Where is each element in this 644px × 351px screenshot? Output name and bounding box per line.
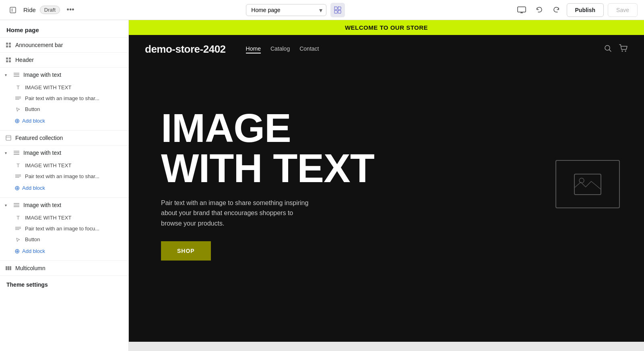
iwt3-pair-label: Pair text with an image to focu...: [25, 226, 99, 232]
iwt3-pair-item[interactable]: Pair text with an image to focu...: [0, 223, 128, 234]
iwt1-button-label: Button: [25, 106, 40, 112]
iwt1-button-item[interactable]: Button: [0, 104, 128, 115]
store-preview: WELCOME TO OUR STORE demo-store-2402 Hom…: [129, 20, 644, 342]
page-select[interactable]: Home page: [246, 4, 326, 16]
image-with-text-1-items: T IMAGE WITH TEXT Pair text with an imag…: [0, 82, 128, 130]
sidebar-section-image-with-text-1: ▾ Image with text T IMAGE WITH TEXT: [0, 68, 128, 131]
expand-icon-1: ▾: [5, 73, 10, 77]
expand-icon-2: ▾: [5, 151, 10, 155]
hero-section: IMAGE WITH TEXT Pair text with an image …: [129, 64, 644, 305]
hero-title-line1: IMAGE: [161, 108, 539, 148]
svg-rect-38: [8, 266, 9, 270]
svg-rect-10: [9, 43, 11, 45]
sidebar-section-image-with-text-2: ▾ Image with text T IMAGE WITH TEXT: [0, 146, 128, 198]
add-block-plus-2: ⊕: [14, 184, 20, 192]
image-with-text-2-label: Image with text: [23, 150, 61, 156]
iwt1-add-block[interactable]: ⊕ Add block: [0, 115, 128, 127]
iwt3-button-item[interactable]: Button: [0, 234, 128, 245]
list-icon-3: [13, 203, 20, 207]
lines-icon-1: [14, 96, 22, 101]
nav-catalog[interactable]: Catalog: [270, 45, 290, 53]
add-block-label-1: Add block: [22, 118, 45, 124]
hero-image-placeholder: [555, 160, 620, 208]
store-name: Ride: [23, 6, 36, 13]
sidebar-item-image-with-text-2[interactable]: ▾ Image with text: [0, 146, 128, 160]
hero-shop-button[interactable]: SHOP: [161, 241, 211, 261]
svg-rect-3: [338, 7, 341, 10]
iwt1-title-item[interactable]: T IMAGE WITH TEXT: [0, 82, 128, 93]
add-block-plus-1: ⊕: [14, 117, 20, 125]
svg-rect-5: [338, 10, 341, 13]
topbar-center: Home page: [82, 3, 509, 17]
publish-button[interactable]: Publish: [567, 3, 604, 17]
save-button[interactable]: Save: [608, 3, 638, 17]
svg-rect-2: [334, 7, 337, 10]
store-header-actions: [604, 44, 628, 54]
svg-rect-13: [6, 57, 8, 60]
svg-point-43: [625, 51, 626, 52]
iwt2-pair-item[interactable]: Pair text with an image to shar...: [0, 171, 128, 182]
image-with-text-3-items: T IMAGE WITH TEXT Pair text with an imag…: [0, 212, 128, 261]
iwt1-pair-item[interactable]: Pair text with an image to shar...: [0, 93, 128, 104]
redo-button[interactable]: [550, 4, 563, 16]
svg-line-41: [609, 50, 611, 52]
lines-icon-2: [14, 174, 22, 179]
iwt2-pair-label: Pair text with an image to shar...: [25, 173, 99, 179]
undo-button[interactable]: [533, 4, 546, 16]
desktop-view-button[interactable]: [514, 3, 529, 17]
draft-badge: Draft: [40, 6, 60, 14]
svg-rect-14: [9, 57, 11, 60]
sidebar-item-image-with-text-1[interactable]: ▾ Image with text: [0, 68, 128, 82]
back-button[interactable]: [6, 4, 19, 16]
svg-point-45: [579, 178, 584, 183]
sidebar-title: Home page: [0, 20, 128, 38]
iwt1-title-label: IMAGE WITH TEXT: [25, 84, 71, 90]
image-with-text-2-items: T IMAGE WITH TEXT Pair text with an imag…: [0, 160, 128, 197]
topbar: Ride Draft ••• Home page: [0, 0, 644, 20]
svg-rect-6: [518, 7, 526, 12]
announcement-bar-label: Announcement bar: [15, 42, 63, 48]
svg-rect-9: [6, 43, 8, 45]
svg-rect-23: [6, 135, 11, 140]
sidebar-item-featured-collection[interactable]: Featured collection: [0, 131, 128, 145]
store-header-preview: demo-store-2402 Home Catalog Contact: [129, 35, 644, 64]
sidebar-section-announcement: Announcement bar: [0, 38, 128, 53]
cursor-icon-3: [14, 237, 22, 242]
sidebar-section-multicolumn: Multicolumn: [0, 261, 128, 276]
sidebar-item-multicolumn[interactable]: Multicolumn: [0, 261, 128, 275]
svg-rect-4: [334, 10, 337, 13]
text-icon-1: T: [14, 84, 22, 90]
svg-rect-12: [9, 45, 11, 47]
add-block-label-2: Add block: [22, 185, 45, 191]
sidebar-section-featured-collection: Featured collection: [0, 131, 128, 146]
iwt2-add-block[interactable]: ⊕ Add block: [0, 182, 128, 194]
grid-icon: [5, 42, 12, 48]
iwt1-pair-label: Pair text with an image to shar...: [25, 95, 99, 101]
iwt2-title-item[interactable]: T IMAGE WITH TEXT: [0, 160, 128, 171]
nav-home[interactable]: Home: [246, 45, 261, 53]
iwt3-title-label: IMAGE WITH TEXT: [25, 215, 71, 221]
sidebar-item-announcement-bar[interactable]: Announcement bar: [0, 38, 128, 52]
theme-settings[interactable]: Theme settings: [0, 276, 128, 294]
selection-mode-button[interactable]: [330, 3, 345, 17]
iwt2-title-label: IMAGE WITH TEXT: [25, 162, 71, 168]
search-icon[interactable]: [604, 44, 612, 54]
cursor-icon-1: [14, 107, 22, 112]
text-icon-3: T: [14, 215, 22, 221]
sidebar-item-image-with-text-3[interactable]: ▾ Image with text: [0, 198, 128, 212]
sidebar-item-header[interactable]: Header: [0, 53, 128, 67]
list-icon-1: [13, 73, 20, 77]
nav-contact[interactable]: Contact: [299, 45, 319, 53]
iwt3-title-item[interactable]: T IMAGE WITH TEXT: [0, 212, 128, 223]
cart-icon[interactable]: [619, 44, 628, 54]
sidebar: Home page Announcement bar: [0, 20, 129, 351]
add-block-plus-3: ⊕: [14, 247, 20, 255]
svg-rect-16: [9, 60, 11, 62]
svg-rect-39: [10, 266, 11, 270]
more-menu-button[interactable]: •••: [64, 4, 77, 16]
announcement-bar-preview[interactable]: WELCOME TO OUR STORE: [129, 20, 644, 35]
multicolumn-icon: [5, 266, 12, 270]
iwt3-add-block[interactable]: ⊕ Add block: [0, 245, 128, 257]
text-icon-2: T: [14, 162, 22, 168]
svg-rect-37: [6, 266, 7, 270]
